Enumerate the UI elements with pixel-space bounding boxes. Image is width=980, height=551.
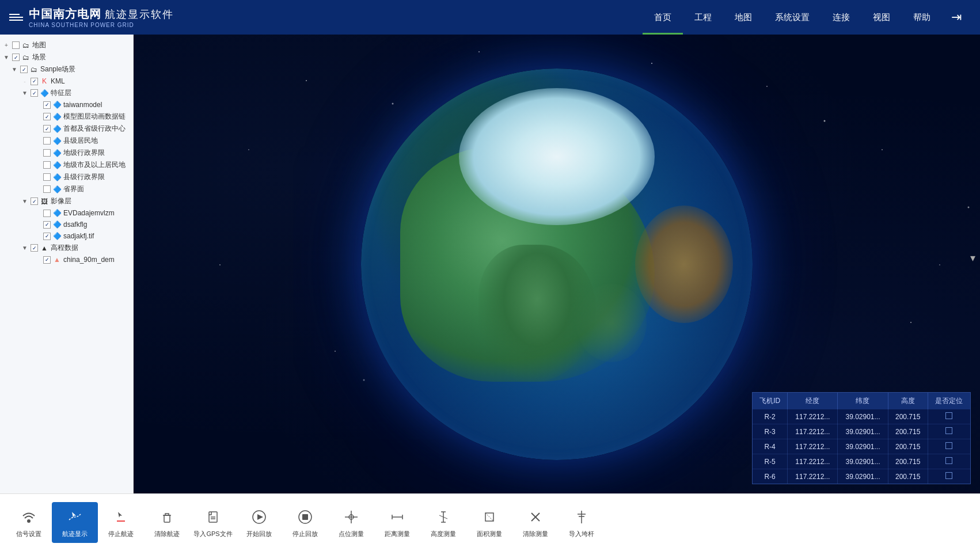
- svg-rect-18: [164, 515, 170, 522]
- tree-root-scene[interactable]: ▼ 🗂 场景: [0, 51, 133, 63]
- header: 中国南方电网 航迹显示软件 CHINA SOUTHERN POWER GRID …: [0, 0, 980, 35]
- col-header-id: 飞机ID: [753, 393, 788, 409]
- tree-kml[interactable]: - K KML: [0, 75, 133, 87]
- tree-check-ma[interactable]: [43, 113, 51, 120]
- data-table: 飞机ID 经度 纬度 高度 是否定位 R-2 117.2212... 39.02…: [752, 392, 971, 484]
- toolbar-item-停止回放[interactable]: 停止回放: [282, 502, 328, 543]
- scene-icon: 🗂: [21, 53, 31, 62]
- tree-check-dsafk[interactable]: [43, 221, 51, 229]
- tree-toggle-kml[interactable]: -: [21, 78, 29, 85]
- tree-toggle-map[interactable]: +: [2, 42, 10, 48]
- nav-map[interactable]: 地图: [723, 0, 764, 35]
- cell-located[interactable]: [928, 439, 970, 454]
- located-checkbox[interactable]: [945, 472, 952, 479]
- tree-item-evdad[interactable]: 🔷 EVDadajemvlzm: [0, 207, 133, 219]
- toolbar-item-点位测量[interactable]: 点位测量: [328, 502, 374, 543]
- toolbar-item-面积测量[interactable]: 面积测量: [466, 502, 512, 543]
- tree-check-elev[interactable]: [31, 244, 38, 252]
- nav-connect[interactable]: 连接: [821, 0, 861, 35]
- logo-subtitle: 航迹显示软件: [105, 7, 174, 21]
- toolbar-item-清除测量[interactable]: 清除测量: [512, 502, 559, 543]
- tree-item-county-land[interactable]: 🔷 县级居民地: [0, 135, 133, 147]
- tree-check-evdad[interactable]: [43, 210, 51, 217]
- tree-label-sadj: sadjakfj.tif: [63, 232, 94, 240]
- scroll-down-arrow[interactable]: ▾: [970, 252, 975, 264]
- located-checkbox[interactable]: [945, 427, 952, 434]
- cell-lon: 117.2212...: [788, 454, 838, 469]
- tree-check-ac[interactable]: [43, 125, 51, 132]
- toolbar-label-导入GPS文件: 导入GPS文件: [193, 530, 232, 538]
- toolbar-item-清除航迹[interactable]: 清除航迹: [144, 502, 190, 543]
- tree-check-kml[interactable]: [31, 78, 38, 85]
- tree-toggle-feature[interactable]: ▼: [21, 90, 29, 96]
- tree-item-taiwanmodel[interactable]: 🔷 taiwanmodel: [0, 99, 133, 111]
- cell-located[interactable]: [928, 424, 970, 439]
- tree-check-prov[interactable]: [43, 185, 51, 193]
- tree-check-imagery[interactable]: [31, 197, 38, 205]
- tree-check-sanple[interactable]: [20, 66, 28, 73]
- cell-lon: 117.2212...: [788, 469, 838, 484]
- tree-check-scene[interactable]: [12, 54, 20, 61]
- tree-item-admin-center[interactable]: 🔷 首都及省级行政中心: [0, 123, 133, 135]
- located-checkbox[interactable]: [945, 412, 952, 419]
- tree-item-sadjakfj[interactable]: 🔷 sadjakfj.tif: [0, 230, 133, 242]
- nav-home[interactable]: 首页: [643, 0, 683, 35]
- tree-check-cb[interactable]: [43, 173, 51, 181]
- toolbar-item-高度测量[interactable]: 高度测量: [420, 502, 466, 543]
- cell-id: R-2: [753, 409, 788, 424]
- tree-check-cityl[interactable]: [43, 161, 51, 169]
- tree-label-feature: 特征层: [51, 88, 71, 98]
- toolbar-item-停止航迹[interactable]: 停止航迹: [98, 502, 144, 543]
- nav-exit-button[interactable]: ⇥: [942, 0, 971, 35]
- tree-imagery-layer[interactable]: ▼ 🖼 影像层: [0, 195, 133, 207]
- toolbar-item-导入垮杆[interactable]: 导入垮杆: [559, 502, 605, 543]
- imagery-icon: 🖼: [40, 197, 49, 206]
- toolbar-label-停止回放: 停止回放: [293, 530, 318, 538]
- tree-check-map[interactable]: [12, 41, 20, 49]
- tree-toggle-scene[interactable]: ▼: [2, 54, 10, 60]
- tree-item-county-boundary[interactable]: 🔷 县级行政界限: [0, 171, 133, 183]
- cell-located[interactable]: [928, 454, 970, 469]
- tree-item-china-dem[interactable]: ▲ china_90m_dem: [0, 254, 133, 265]
- tree-item-city-land[interactable]: 🔷 地级市及以上居民地: [0, 159, 133, 171]
- nav-help[interactable]: 帮助: [902, 0, 942, 35]
- tree-check-feature[interactable]: [31, 89, 38, 97]
- located-checkbox[interactable]: [945, 442, 952, 449]
- tree-check-dem[interactable]: [43, 256, 51, 264]
- tree-item-province-boundary[interactable]: 🔷 省界面: [0, 183, 133, 195]
- toolbar-item-导入GPS文件[interactable]: 导入GPS文件: [190, 502, 236, 543]
- tree-check-pb[interactable]: [43, 149, 51, 157]
- tree-toggle-sanple[interactable]: ▼: [10, 66, 18, 73]
- cell-located[interactable]: [928, 469, 970, 484]
- toolbar-icon-停止航迹: [111, 507, 131, 527]
- tree-toggle-elev[interactable]: ▼: [21, 245, 29, 251]
- located-checkbox[interactable]: [945, 457, 952, 464]
- tree-item-prefecture-boundary[interactable]: 🔷 地级行政界限: [0, 147, 133, 159]
- cell-located[interactable]: [928, 409, 970, 424]
- tree-feature-layer[interactable]: ▼ 🔷 特征层: [0, 87, 133, 99]
- tree-check-tw[interactable]: [43, 101, 51, 109]
- tree-item-model-anim[interactable]: 🔷 模型图层动画数据链: [0, 111, 133, 123]
- nav-project[interactable]: 工程: [683, 0, 723, 35]
- toolbar-icon-清除测量: [525, 507, 546, 527]
- tree-check-sadj[interactable]: [43, 233, 51, 240]
- toolbar-item-开始回放[interactable]: 开始回放: [236, 502, 282, 543]
- nav-settings[interactable]: 系统设置: [764, 0, 821, 35]
- toolbar-item-航迹显示[interactable]: 航迹显示: [52, 502, 98, 543]
- toolbar-item-距离测量[interactable]: 距离测量: [374, 502, 420, 543]
- tree-label-evdad: EVDadajemvlzm: [63, 209, 115, 217]
- tree-check-cl[interactable]: [43, 137, 51, 145]
- globe[interactable]: [361, 69, 753, 460]
- layer-icon-pb: 🔷: [52, 149, 62, 158]
- layer-icon-sadj: 🔷: [52, 231, 62, 241]
- tree-toggle-imagery[interactable]: ▼: [21, 198, 29, 204]
- map-viewport[interactable]: 飞机ID 经度 纬度 高度 是否定位 R-2 117.2212... 39.02…: [134, 35, 980, 493]
- tree-elevation-layer[interactable]: ▼ ▲ 高程数据: [0, 242, 133, 254]
- table-row: R-5 117.2212... 39.02901... 200.715: [753, 454, 970, 469]
- nav-view[interactable]: 视图: [861, 0, 902, 35]
- tree-item-dsafk[interactable]: 🔷 dsafkflg: [0, 219, 133, 230]
- cell-id: R-3: [753, 424, 788, 439]
- toolbar-item-信号设置[interactable]: 信号设置: [6, 502, 52, 543]
- tree-sanple-scene[interactable]: ▼ 🗂 Sanple场景: [0, 63, 133, 75]
- tree-root-map[interactable]: + 🗂 地图: [0, 39, 133, 51]
